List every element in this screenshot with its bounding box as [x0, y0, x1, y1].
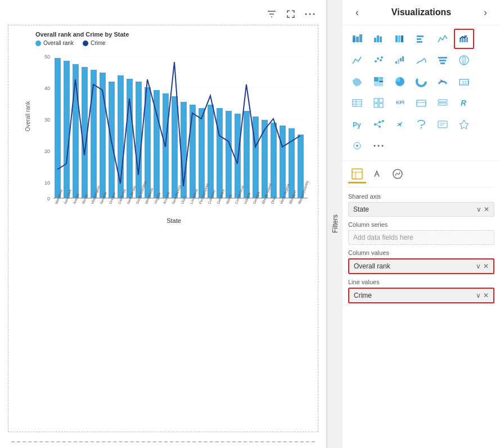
visualizations-panel: ‹ Visualizations ›	[343, 0, 500, 448]
svg-text:30: 30	[44, 117, 50, 123]
viz-row-6	[347, 136, 496, 156]
column-values-field[interactable]: Overall rank ∨ ✕	[348, 258, 494, 274]
legend-dot-overall-rank	[35, 41, 41, 46]
funnel-icon[interactable]	[433, 50, 453, 70]
100-stacked-bar-icon[interactable]	[390, 29, 410, 49]
column-series-label: Column series	[348, 221, 494, 228]
svg-point-133	[421, 127, 422, 128]
svg-rect-102	[374, 77, 379, 82]
svg-rect-15	[55, 58, 61, 198]
svg-rect-98	[440, 62, 445, 64]
line-chart-icon[interactable]	[347, 50, 367, 70]
legend-label-crime: Crime	[91, 40, 106, 46]
legend-label-overall-rank: Overall rank	[43, 40, 74, 46]
more-options-icon[interactable]	[304, 8, 316, 20]
shared-axis-value: State	[353, 205, 369, 213]
matrix-icon[interactable]	[368, 93, 389, 113]
qa-visual-icon[interactable]	[411, 114, 431, 135]
svg-rect-114	[374, 98, 378, 102]
line-values-remove-icon[interactable]: ✕	[483, 292, 489, 299]
viz-row-2	[347, 50, 496, 70]
python-icon[interactable]: Py	[347, 114, 367, 135]
column-values-actions: ∨ ✕	[476, 262, 489, 270]
azure-map-icon[interactable]	[454, 114, 474, 135]
svg-text:KPI: KPI	[396, 100, 404, 105]
field-wells: Shared axis State ∨ ✕ Column series Add …	[343, 161, 500, 448]
svg-rect-110	[353, 100, 362, 106]
svg-point-138	[356, 145, 358, 147]
map-icon[interactable]	[454, 50, 474, 70]
filled-map-icon[interactable]	[347, 71, 367, 92]
svg-rect-19	[91, 70, 97, 198]
column-values-expand-icon[interactable]: ∨	[476, 262, 481, 270]
field-tabs	[348, 165, 494, 187]
tab-fields[interactable]	[348, 165, 366, 183]
chart-toolbar	[6, 6, 321, 23]
filters-label: Filters	[331, 215, 339, 234]
bar-line-combo-icon[interactable]	[454, 29, 474, 49]
viz-row-3: 123	[347, 71, 496, 92]
x-axis-label: State	[166, 217, 181, 224]
svg-point-2	[313, 14, 315, 15]
key-influencers-icon[interactable]	[390, 114, 410, 135]
svg-rect-78	[395, 35, 398, 42]
svg-point-106	[417, 77, 426, 86]
svg-rect-83	[417, 41, 422, 43]
chart-svg-area: Overall rank 50 40 30 20 10 0	[35, 50, 312, 207]
filter-icon[interactable]	[265, 8, 278, 20]
column-series-placeholder[interactable]: Add data fields here	[348, 230, 494, 245]
kpi-icon[interactable]: KPI	[390, 93, 410, 113]
smart-narrative-icon[interactable]	[433, 114, 453, 135]
ribbon-chart-icon[interactable]	[411, 50, 431, 70]
tab-analytics[interactable]	[389, 165, 407, 183]
more-visuals-icon[interactable]	[368, 136, 389, 156]
line-values-field[interactable]: Crime ∨ ✕	[348, 288, 494, 303]
svg-rect-76	[377, 35, 379, 42]
viz-prev-btn[interactable]: ‹	[350, 6, 364, 19]
expand-icon[interactable]	[285, 8, 297, 20]
svg-rect-36	[244, 111, 250, 198]
stacked-bar-chart-icon[interactable]	[347, 29, 367, 49]
svg-text:123: 123	[462, 80, 470, 85]
svg-point-89	[377, 57, 379, 60]
svg-point-132	[399, 123, 401, 126]
slicer-icon[interactable]	[433, 93, 453, 113]
tab-format[interactable]	[368, 165, 386, 183]
shared-axis-remove-icon[interactable]: ✕	[484, 205, 489, 213]
svg-text:20: 20	[44, 149, 50, 154]
viz-next-btn[interactable]: ›	[479, 6, 492, 19]
legend-dot-crime	[83, 41, 88, 46]
shared-axis-expand-icon[interactable]: ∨	[476, 205, 481, 213]
donut-chart-icon[interactable]	[411, 71, 431, 92]
custom-visual-icon[interactable]	[347, 136, 367, 156]
table-icon[interactable]	[347, 93, 367, 113]
scatter-plot-icon[interactable]	[368, 50, 389, 70]
shared-axis-field[interactable]: State ∨ ✕	[348, 202, 494, 217]
r-visual-icon[interactable]: R	[454, 93, 474, 113]
pie-chart-icon[interactable]	[390, 71, 410, 92]
line-values-expand-icon[interactable]: ∨	[476, 292, 481, 299]
chart-area: Overall rank and Crime by State Overall …	[0, 0, 326, 448]
svg-rect-117	[379, 104, 383, 107]
viz-panel-title: Visualizations	[391, 7, 451, 17]
viz-row-5: Py	[347, 114, 496, 135]
svg-text:0: 0	[47, 196, 50, 201]
svg-rect-41	[289, 128, 295, 198]
column-values-remove-icon[interactable]: ✕	[483, 262, 489, 270]
svg-point-0	[305, 14, 307, 15]
decomp-tree-icon[interactable]	[368, 114, 389, 135]
svg-rect-97	[439, 60, 446, 61]
svg-point-140	[378, 145, 380, 147]
tree-map-icon[interactable]	[368, 71, 389, 92]
filters-tab[interactable]: Filters	[327, 0, 343, 448]
svg-rect-16	[64, 61, 70, 198]
card-icon[interactable]	[411, 93, 431, 113]
h-bar-icon[interactable]	[411, 29, 431, 49]
gauge-icon[interactable]	[433, 71, 453, 92]
clustered-bar-icon[interactable]	[368, 29, 389, 49]
svg-rect-94	[400, 58, 402, 61]
number-card-icon[interactable]: 123	[454, 71, 474, 92]
svg-point-1	[309, 14, 311, 15]
area-chart-icon[interactable]	[433, 29, 453, 49]
waterfall-icon[interactable]	[390, 50, 410, 70]
